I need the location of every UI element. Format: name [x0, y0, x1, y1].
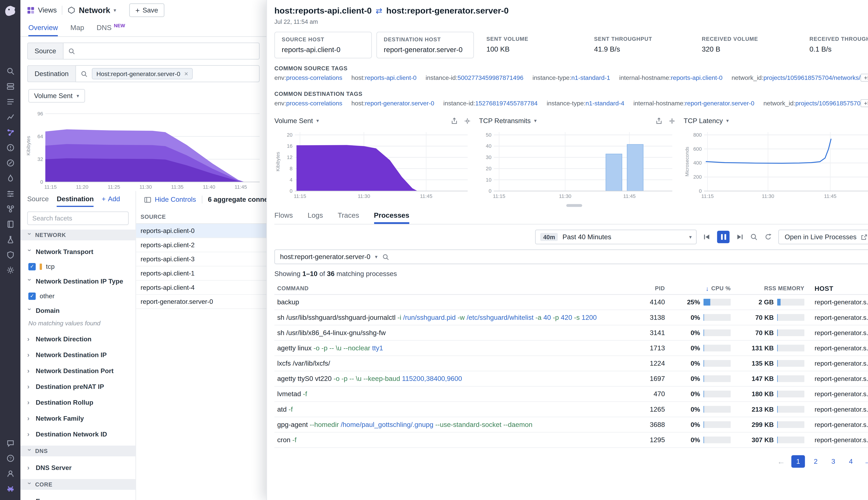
facet-group[interactable]: ›Network Direction	[21, 331, 136, 347]
process-row[interactable]: cron -f12950%307 KBreport-generator.s...	[274, 432, 868, 448]
show-more-tags[interactable]: +5	[860, 99, 868, 107]
tag[interactable]: network_id:projects/1059618575704/networ…	[732, 74, 868, 81]
views-menu[interactable]: Views	[27, 6, 57, 14]
facet-section-header[interactable]: ›NETWORK	[21, 229, 136, 240]
tab-processes[interactable]: Processes	[374, 208, 409, 224]
tag[interactable]: instance-id:5002773459987871496	[426, 74, 523, 81]
facet-tab-source[interactable]: Source	[27, 192, 49, 207]
tab-overview[interactable]: Overview	[28, 21, 58, 36]
process-row[interactable]: agetty linux -o -p -- \u --noclear tty11…	[274, 341, 868, 356]
facet-group[interactable]: ›Network Transport	[21, 244, 136, 260]
metric-select[interactable]: Volume Sent▾	[28, 89, 85, 103]
nav-labs-icon[interactable]	[1, 232, 19, 247]
nav-user-icon[interactable]	[1, 466, 19, 481]
tab-dns[interactable]: DNSNEW	[96, 21, 125, 36]
nav-arcade-icon[interactable]	[1, 481, 19, 497]
chart-title-dropdown[interactable]: TCP Latency	[684, 117, 723, 125]
nav-chat-icon[interactable]	[1, 435, 19, 451]
tag[interactable]: instance-type:n1-standard-1	[533, 74, 610, 81]
process-row[interactable]: agetty ttyS0 vt220 -o -p -- \u --keep-ba…	[274, 371, 868, 387]
next-page-arrow[interactable]: →	[864, 457, 868, 466]
process-row[interactable]: sh /usr/lib/sshguard/sshguard-journalctl…	[274, 310, 868, 325]
skip-back-icon[interactable]	[703, 233, 711, 241]
tag[interactable]: instance-type:n1-standard-4	[547, 100, 624, 106]
facet-group[interactable]: ›Domain	[21, 303, 136, 319]
process-row[interactable]: gpg-agent --homedir /home/paul_gottschli…	[274, 417, 868, 432]
facet-group[interactable]: ›Network Destination IP Type	[21, 273, 136, 289]
facet-group[interactable]: ›Destination Rollup	[21, 395, 136, 410]
column-pid[interactable]: PID	[629, 285, 665, 291]
show-more-tags[interactable]: +5	[860, 73, 868, 82]
facet-group[interactable]: ›Destination Network ID	[21, 427, 136, 442]
tab-flows[interactable]: Flows	[274, 208, 293, 224]
process-search-input[interactable]: host:report-generator.server-0 ▾	[274, 249, 868, 264]
process-row[interactable]: lvmetad -f4700%180 KBreport-generator.s.…	[274, 387, 868, 402]
page-button[interactable]: 1	[791, 455, 805, 468]
connection-row[interactable]: reports-api.client-0	[136, 224, 266, 238]
destination-filter-chip[interactable]: Host:report-generator.server-0×	[92, 68, 193, 79]
process-row[interactable]: atd -f12650%213 KBreport-generator.s...	[274, 402, 868, 417]
nav-security-icon[interactable]	[1, 247, 19, 262]
tag[interactable]: env:process-correlations	[274, 100, 342, 106]
connection-row[interactable]: reports-api.client-2	[136, 238, 266, 252]
nav-notebooks-icon[interactable]	[1, 216, 19, 232]
process-row[interactable]: backup414025%2 GBreport-generator.s...	[274, 295, 868, 310]
process-row[interactable]: sh /usr/lib/x86_64-linux-gnu/sshg-fw3141…	[274, 325, 868, 341]
facet-section-header[interactable]: ›CORE	[21, 479, 136, 490]
facet-value[interactable]: ✓tcp	[21, 260, 136, 273]
checkbox-checked-icon[interactable]: ✓	[28, 263, 36, 270]
nav-search-icon[interactable]	[1, 64, 19, 79]
column-command[interactable]: COMMAND	[277, 285, 629, 291]
hide-controls-button[interactable]: Hide Controls	[144, 196, 196, 204]
tag[interactable]: host:report-generator.server-0	[351, 100, 434, 106]
chart-title-dropdown[interactable]: Volume Sent	[274, 117, 313, 125]
page-button[interactable]: 4	[844, 455, 858, 468]
gear-icon[interactable]	[464, 117, 471, 124]
tab-map[interactable]: Map	[70, 21, 84, 36]
nav-logs-icon[interactable]	[1, 94, 19, 109]
process-row[interactable]: lxcfs /var/lib/lxcfs/12240%135 KBreport-…	[274, 356, 868, 371]
destination-query-input[interactable]: Host:report-generator.server-0×	[75, 65, 260, 82]
connection-row[interactable]: report-generator.server-0	[136, 295, 266, 309]
connection-row[interactable]: reports-api.client-4	[136, 281, 266, 295]
facet-group[interactable]: ›Network Destination Port	[21, 363, 136, 379]
facet-search-input[interactable]	[28, 215, 128, 222]
tag[interactable]: host:reports-api.client-0	[351, 74, 416, 81]
column-rss-memory[interactable]: RSS MEMORY	[734, 285, 808, 291]
nav-settings-icon[interactable]	[1, 262, 19, 278]
checkbox-checked-icon[interactable]: ✓	[28, 292, 36, 299]
resize-handle[interactable]	[566, 204, 582, 207]
nav-controls-icon[interactable]	[1, 186, 19, 201]
tab-logs[interactable]: Logs	[308, 208, 323, 224]
gear-icon[interactable]	[669, 117, 676, 124]
remove-filter-icon[interactable]: ×	[184, 70, 188, 78]
tag[interactable]: env:process-correlations	[274, 74, 342, 81]
page-button[interactable]: 3	[826, 455, 840, 468]
facet-group[interactable]: ›DNS Server	[21, 460, 136, 476]
nav-metrics-icon[interactable]	[1, 109, 19, 125]
page-title-dropdown[interactable]: Network ▾	[68, 6, 116, 15]
chart-title-dropdown[interactable]: TCP Retransmits	[479, 117, 531, 125]
skip-forward-icon[interactable]	[736, 233, 744, 241]
source-query-input[interactable]	[63, 43, 260, 59]
nav-apm-icon[interactable]	[1, 155, 19, 171]
nav-monitors-icon[interactable]	[1, 140, 19, 155]
previous-page-arrow[interactable]: ←	[777, 457, 785, 466]
save-button[interactable]: +Save	[129, 3, 164, 17]
page-button[interactable]: 2	[809, 455, 823, 468]
facet-group[interactable]: ›Network Family	[21, 410, 136, 426]
facet-add-button[interactable]: +Add	[102, 192, 120, 207]
source-column-header[interactable]: SOURCE	[136, 207, 266, 224]
datadog-logo[interactable]	[3, 3, 18, 18]
column-cpu[interactable]: ↓CPU %	[665, 285, 734, 292]
export-icon[interactable]	[451, 117, 458, 124]
facet-tab-destination[interactable]: Destination	[57, 192, 94, 207]
facet-group[interactable]: ›Env	[21, 493, 136, 500]
tag[interactable]: instance-id:152768197455787784	[443, 100, 537, 106]
facet-section-header[interactable]: ›DNS	[21, 446, 136, 456]
tag[interactable]: internal-hostname:report-generator.serve…	[633, 100, 754, 106]
facet-group[interactable]: ›Destination preNAT IP	[21, 379, 136, 395]
refresh-icon[interactable]	[764, 233, 772, 241]
column-host[interactable]: HOST	[808, 285, 868, 292]
nav-profiling-icon[interactable]	[1, 171, 19, 186]
